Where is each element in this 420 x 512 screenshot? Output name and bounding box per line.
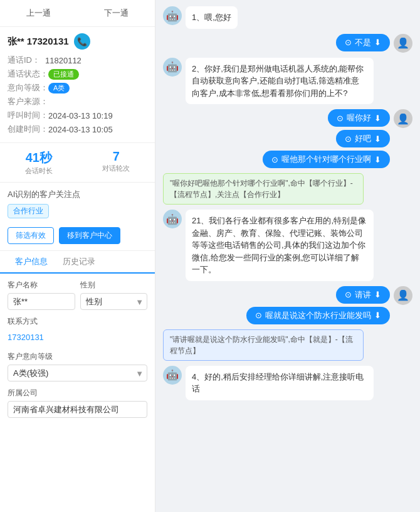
action-bubble-qingjiang[interactable]: ⊙ 请讲 ⬇	[336, 286, 390, 304]
status-label: 通话状态：	[8, 68, 48, 80]
download-icon-3: ⬇	[374, 134, 381, 144]
contact-label: 联系方式	[8, 316, 147, 327]
duration-stat: 41秒 会话时长	[25, 149, 53, 176]
intent-label: 意向等级：	[8, 82, 48, 93]
action-btns-group-6: ⊙ 请讲 ⬇ ⊙ 喔就是说这个防水行业能发吗 ⬇	[246, 286, 390, 324]
create-time-value: 2024-03-13 10:05	[48, 125, 113, 134]
intent-badge: A类	[48, 83, 70, 93]
msg-bubble-7: 4、好的,稍后安排经理给你详细讲解,注意接听电话	[186, 366, 374, 400]
msg-bubble-3: 2、你好,我们是郑州做电话机器人系统的,能帮你自动获取意向客户,还能自动打电话,…	[186, 58, 374, 105]
action-bubble-fangshui[interactable]: ⊙ 喔就是说这个防水行业能发吗 ⬇	[246, 307, 390, 324]
gender-select[interactable]: 性别 男 女	[80, 293, 148, 310]
action-bubble-bushi[interactable]: ⊙ 不是 ⬇	[336, 34, 390, 51]
bubble-label-hao: 好吧	[355, 133, 371, 144]
bubble-label-1: 不是	[355, 37, 371, 48]
bubble-label-nihao: 喔你好	[347, 112, 371, 124]
duration-value: 41秒	[25, 149, 53, 166]
intent-select-label: 客户意向等级	[8, 351, 147, 362]
play-icon-1: ⊙	[345, 38, 352, 47]
status-badge: 已接通	[48, 69, 79, 80]
play-icon-5: ⊙	[345, 290, 352, 299]
company-input[interactable]	[8, 401, 147, 418]
play-icon-4: ⊙	[271, 155, 278, 164]
call-icon[interactable]: 📞	[74, 33, 90, 50]
call-time-label: 呼叫时间：	[8, 110, 48, 121]
filter-button[interactable]: 筛选有效	[8, 227, 54, 244]
company-label: 所属公司	[8, 388, 147, 398]
ai-section: AI识别的客户关注点 合作行业 筛选有效 移到客户中心	[0, 183, 155, 251]
intent-row: 客户意向等级 A类(较强) B类(一般) C类(较弱) D类(无意向) ▼	[8, 351, 147, 381]
msg-row-cmd2: "请讲喔就是说这个防水行业能发吗",命中【就是】-【流程节点】	[163, 329, 412, 361]
left-panel: 上一通 下一通 张** 17320131 📞 通话ID： 11820112 通话…	[0, 0, 155, 512]
ai-tag: 合作行业	[8, 204, 49, 218]
ai-title: AI识别的客户关注点	[8, 189, 147, 200]
duration-label: 会话时长	[25, 166, 53, 176]
gender-label: 性别	[80, 280, 148, 291]
msg-row-7: 🤖 4、好的,稍后安排经理给你详细讲解,注意接听电话	[163, 366, 412, 400]
download-icon-1: ⬇	[374, 38, 381, 47]
phone-display: 17320131	[8, 329, 147, 345]
nav-buttons: 上一通 下一通	[0, 0, 155, 27]
msg-row-cmd1: "喔你好吧喔他那个针对哪个行业啊",命中【哪个行业】-【流程节点】,关注点【合作…	[163, 173, 412, 205]
action-btns-group-4: ⊙ 喔你好 ⬇ ⊙ 好吧 ⬇ ⊙ 喔他那个针对哪个行业啊 ⬇	[263, 109, 390, 168]
bubble-label-zhendui: 喔他那个针对哪个行业啊	[281, 154, 371, 165]
cmd-bubble-2: "请讲喔就是说这个防水行业能发吗",命中【就是】-【流程节点】	[163, 329, 364, 361]
action-bubble-nihao[interactable]: ⊙ 喔你好 ⬇	[328, 109, 390, 127]
next-button[interactable]: 下一通	[98, 6, 135, 20]
download-icon-4: ⬇	[374, 155, 381, 164]
msg-row-3: 🤖 2、你好,我们是郑州做电话机器人系统的,能帮你自动获取意向客户,还能自动打电…	[163, 58, 412, 105]
turns-stat: 7 对话轮次	[102, 149, 130, 176]
download-icon-6: ⬇	[374, 311, 381, 320]
bot-avatar-5: 🤖	[163, 210, 182, 228]
play-icon-3: ⊙	[345, 134, 352, 144]
name-label: 客户名称	[8, 280, 75, 291]
turns-value: 7	[102, 149, 130, 164]
chat-area: 🤖 1、喂,您好 👤 ⊙ 不是 ⬇ 🤖 2、你好,我们是郑州做电话机器人系统的,…	[155, 0, 420, 512]
prev-button[interactable]: 上一通	[20, 6, 57, 20]
msg-row-2: 👤 ⊙ 不是 ⬇	[163, 34, 412, 53]
call-time-value: 2024-03-13 10:19	[48, 111, 113, 120]
bubble-label-qingjiang: 请讲	[355, 289, 371, 301]
msg-row-4: 👤 ⊙ 喔你好 ⬇ ⊙ 好吧 ⬇ ⊙ 喔他那个针对哪个行业啊 ⬇	[163, 109, 412, 168]
turns-label: 对话轮次	[102, 164, 130, 173]
tab-info[interactable]: 客户信息	[8, 251, 55, 274]
right-panel: 🤖 1、喂,您好 👤 ⊙ 不是 ⬇ 🤖 2、你好,我们是郑州做电话机器人系统的,…	[155, 0, 420, 512]
msg-bubble-5: 21、我们各行各业都有很多客户在用的,特别是像金融、房产、教育、保险、代理记账、…	[186, 210, 374, 281]
msg-row-5: 🤖 21、我们各行各业都有很多客户在用的,特别是像金融、房产、教育、保险、代理记…	[163, 210, 412, 281]
name-input[interactable]	[8, 293, 75, 310]
user-avatar-4: 👤	[394, 109, 412, 128]
call-id-label: 通话ID：	[8, 55, 45, 66]
play-icon-6: ⊙	[255, 311, 262, 320]
bot-avatar-7: 🤖	[163, 366, 182, 385]
bot-avatar-1: 🤖	[163, 6, 182, 25]
caller-info: 张** 17320131 📞 通话ID： 11820112 通话状态： 已接通 …	[0, 27, 155, 143]
cmd-bubble-1: "喔你好吧喔他那个针对哪个行业啊",命中【哪个行业】-【流程节点】,关注点【合作…	[163, 173, 364, 205]
form-section: 客户名称 性别 性别 男 女 ▼ 联系方式	[0, 274, 155, 430]
bot-avatar-3: 🤖	[163, 58, 182, 77]
action-bubble-hao[interactable]: ⊙ 好吧 ⬇	[336, 130, 390, 147]
tabs-row: 客户信息 历史记录	[0, 251, 155, 274]
msg-row-1: 🤖 1、喂,您好	[163, 6, 412, 29]
msg-row-6: 👤 ⊙ 请讲 ⬇ ⊙ 喔就是说这个防水行业能发吗 ⬇	[163, 286, 412, 324]
call-id-value: 11820112	[45, 56, 81, 65]
bubble-label-fangshui: 喔就是说这个防水行业能发吗	[265, 310, 371, 321]
user-avatar-6: 👤	[394, 286, 412, 305]
user-avatar-2: 👤	[394, 34, 412, 53]
company-row: 所属公司	[8, 388, 147, 418]
create-time-label: 创建时间：	[8, 124, 48, 135]
download-icon-2: ⬇	[374, 114, 381, 123]
stats-row: 41秒 会话时长 7 对话轮次	[0, 143, 155, 183]
action-bubble-zhendui[interactable]: ⊙ 喔他那个针对哪个行业啊 ⬇	[263, 151, 390, 168]
download-icon-5: ⬇	[374, 290, 381, 299]
caller-name: 张** 17320131	[8, 36, 69, 48]
play-icon-2: ⊙	[337, 114, 344, 123]
move-to-center-button[interactable]: 移到客户中心	[59, 227, 120, 244]
tab-history[interactable]: 历史记录	[55, 251, 103, 272]
msg-bubble-1: 1、喂,您好	[186, 6, 238, 29]
intent-select[interactable]: A类(较强) B类(一般) C类(较弱) D类(无意向)	[8, 365, 147, 381]
source-label: 客户来源：	[8, 96, 48, 107]
contact-row: 联系方式 17320131	[8, 316, 147, 345]
name-gender-row: 客户名称 性别 性别 男 女 ▼	[8, 280, 147, 310]
